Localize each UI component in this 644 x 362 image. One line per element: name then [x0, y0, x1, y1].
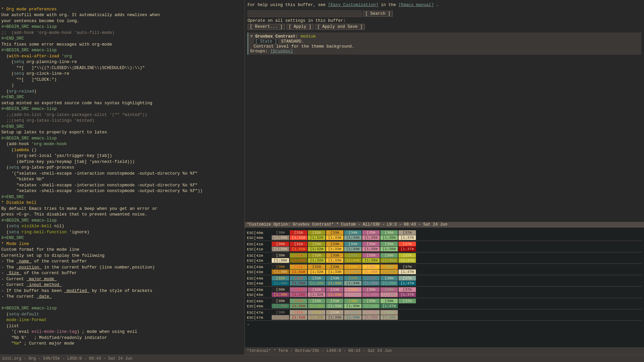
cell-45-1-36: [1;36m	[380, 292, 398, 297]
cell-44-35: [35m	[362, 276, 380, 281]
color-row-44-2: ESC[44m [1;30m [1;31m [1;32m [1;33m [1;3…	[247, 281, 642, 286]
cell-43-1-34: [1;34m	[344, 269, 362, 274]
cell-46-34: [35m	[344, 299, 362, 303]
action-buttons: [ Revert... ] [ Apply ] [ Apply and Save…	[248, 24, 641, 30]
cell-46-32: [32m	[308, 299, 325, 303]
terminal-status-bar: *terminal* * Term - Bottom/29k - L499:0 …	[245, 347, 644, 355]
cell-42-34: [34m	[344, 253, 362, 258]
gruvbox-value: medium	[301, 34, 316, 39]
cell-41-32: [32m	[308, 242, 325, 246]
color-row-47-2: ESC[47m [1;30m [1;31m [1;32m [1;33m [1;3…	[247, 315, 642, 320]
cell-47-1-35: [1;35m	[362, 315, 380, 320]
cell-40-1-30: [1;30m	[272, 235, 289, 240]
cell-44-30: [32m	[272, 276, 289, 281]
cell-41-36: [36m	[380, 242, 398, 246]
esc-46-label-b: ESC[46m	[247, 304, 271, 308]
code-content: * Org mode preferences Use autofill mode…	[1, 1, 243, 353]
color-row-46-2: ESC[46m [1;30m [1;31m [1;32m [1;33m [1;3…	[247, 304, 642, 308]
cell-43-1-36: [1;36m	[380, 269, 398, 274]
cell-44-32: [32m	[308, 276, 325, 281]
cell-45-1-33: [1;33m	[326, 292, 343, 297]
cell-41-30: [30m	[272, 242, 289, 246]
cell-46-31: [31m	[290, 299, 307, 303]
color-grid: ESC[40m [30m [31m [32m [33m [34m [35m [3…	[247, 230, 642, 321]
cell-43-31: [31m	[290, 264, 307, 269]
groups-link[interactable]: [Gruvbox]	[270, 49, 293, 54]
gruvbox-label: Gruvbox Contrast:	[255, 34, 301, 39]
cell-44-1-37: [1;37m	[398, 281, 416, 286]
groups-line: Groups: [Gruvbox]	[250, 49, 639, 54]
cell-42-1-30: [1;30m	[272, 258, 289, 263]
cell-43-1-32: [1;32m	[308, 269, 325, 274]
cell-46-1-31: [1;31m	[290, 304, 307, 308]
esc-46-label: ESC[46m	[247, 299, 271, 303]
state-button[interactable]: [ State ]	[254, 39, 279, 44]
cell-42-32: [32m	[308, 253, 325, 258]
cell-43-30: [30m	[272, 264, 289, 269]
esc-41-label-b: ESC[41m	[247, 247, 271, 251]
cell-46-1-30: [1;30m	[272, 304, 289, 308]
esc-44-label-b: ESC[44m	[247, 281, 271, 286]
help-text: For help using this buffer, see [Easy Cu…	[248, 1, 641, 9]
esc-43-label-b: ESC[43m	[247, 270, 271, 274]
color-row-40-2: ESC[40m [1;30m [1;31m [1;32m [1;33m [1;3…	[247, 235, 642, 240]
search-input[interactable]	[248, 10, 362, 17]
cell-43-34: [34m	[344, 264, 362, 269]
cell-47-30: [30m	[272, 310, 289, 315]
cell-46-30: [30m	[272, 299, 289, 303]
cell-44-1-35: [1;35m	[362, 281, 380, 286]
left-status: init.org - Org - 54%/55k - L850:0 - 08:4…	[2, 356, 642, 361]
color-row-42-1: ESC[42m [30m [31m [32m [33m [34m [35m [3…	[247, 253, 642, 258]
cell-41-1-33: [1;33m	[326, 247, 343, 251]
cell-41-1-30: [1;30m	[272, 247, 289, 251]
revert-button[interactable]: [ Revert... ]	[248, 24, 285, 30]
color-row-46-1: ESC[46m [30m [31m [32m [33m [35m [35m [3…	[247, 299, 642, 303]
cell-46-1-33: [1;33m	[326, 304, 343, 308]
cell-42-1-32: [1;32m	[308, 258, 325, 263]
cell-43-37: [37m	[398, 264, 416, 269]
cell-42-1-35: [1;35m	[362, 258, 380, 263]
cell-47-1-33: [1;33m	[326, 315, 343, 320]
cell-44-1-33: [1;33m	[326, 281, 343, 286]
cell-40-1-37: [1;37m	[398, 235, 416, 240]
color-row-47-1: ESC[47m [30m [31m [32m [33m [34m [35m [3…	[247, 310, 642, 315]
cell-40-33: [33m	[326, 230, 343, 235]
color-row-41-1: ESC[41m [30m [31m [32m [33m [34m [35m [3…	[247, 242, 642, 246]
cell-45-30: [30m	[272, 287, 289, 292]
search-row: [ Search ]	[248, 10, 641, 17]
color-row-44-1: ESC[44m [32m [32m [32m [33m [34m [35m [3…	[247, 276, 642, 281]
cell-44-33: [33m	[326, 276, 343, 281]
emacs-manual-link[interactable]: [Emacs manual]	[398, 3, 434, 7]
terminal-cursor: -	[247, 322, 642, 327]
color-row-45-1: ESC[45m [30m [31m [32m [33m [34m [35m [3…	[247, 287, 642, 292]
cell-47-32: [32m	[308, 310, 325, 315]
cell-46-37: [37m	[398, 299, 416, 303]
easy-customization-link[interactable]: [Easy Customization]	[328, 3, 378, 7]
cell-43-36: [36m	[380, 264, 398, 269]
cell-40-1-31: [1;31m	[290, 235, 307, 240]
color-row-40-1: ESC[40m [30m [31m [32m [33m [34m [35m [3…	[247, 230, 642, 235]
cell-41-1-32: [1;32m	[308, 247, 325, 251]
gruvbox-contrast-section: ▽ Gruvbox Contrast: medium [ State ] STA…	[248, 33, 641, 55]
cell-45-1-34: [1;34m	[344, 292, 362, 297]
apply-button[interactable]: [ Apply ]	[286, 24, 314, 30]
cell-40-1-33: [1;33m	[326, 235, 343, 240]
cell-41-1-34: [1;34m	[344, 247, 362, 251]
cell-40-1-36: [1;36m	[380, 235, 398, 240]
search-button[interactable]: [ Search ]	[363, 11, 393, 17]
cell-41-1-31: [1;31m	[290, 247, 307, 251]
cell-47-31: [31m	[290, 310, 307, 315]
cell-40-34: [34m	[344, 230, 362, 235]
apply-save-button[interactable]: [ Apply and Save ]	[315, 24, 365, 30]
esc-42-label-b: ESC[42m	[247, 258, 271, 263]
cell-41-37: [37m	[398, 242, 416, 246]
left-pane: * Org mode preferences Use autofill mode…	[0, 0, 245, 355]
esc-47-label-b: ESC[47m	[247, 315, 271, 320]
cell-40-37: [37m	[398, 230, 416, 235]
esc-40-label-b: ESC[40m	[247, 236, 271, 240]
cell-44-1-34: [1;34m	[344, 281, 362, 286]
cell-47-1-32: [1;32m	[308, 315, 325, 320]
esc-43-label: ESC[43m	[247, 265, 271, 269]
operate-text: Operate on all settings in this buffer:	[248, 18, 641, 23]
right-pane: For help using this buffer, see [Easy Cu…	[245, 0, 644, 355]
